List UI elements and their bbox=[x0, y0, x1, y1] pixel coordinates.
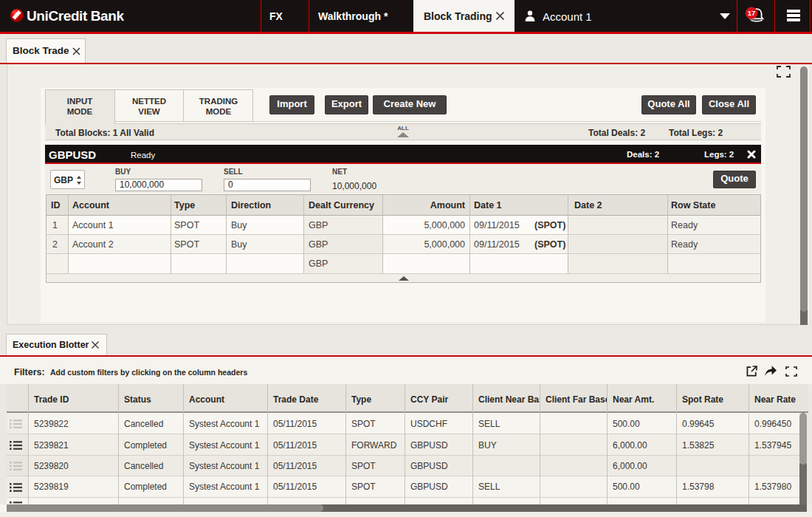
svg-text:17: 17 bbox=[748, 9, 756, 17]
